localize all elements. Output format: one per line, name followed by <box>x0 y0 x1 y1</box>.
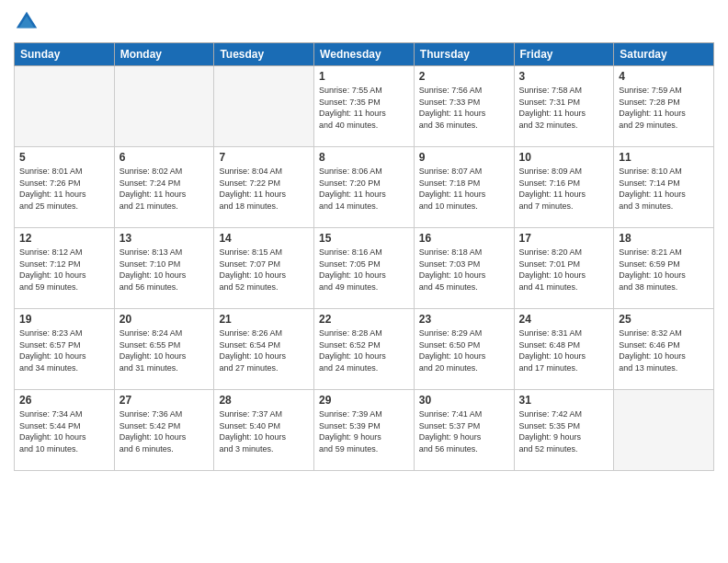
weekday-header-monday: Monday <box>114 43 214 66</box>
cell-info-line: Daylight: 9 hours <box>419 431 509 443</box>
cell-info-line: Sunset: 7:33 PM <box>419 97 509 109</box>
cell-info-line: Sunrise: 8:04 AM <box>219 166 309 178</box>
cell-info-line: Sunrise: 7:36 AM <box>119 408 210 420</box>
cell-info-line: Sunrise: 8:13 AM <box>119 247 210 259</box>
cell-info-line: Sunset: 7:10 PM <box>119 259 210 270</box>
calendar-table: SundayMondayTuesdayWednesdayThursdayFrid… <box>14 42 714 471</box>
cell-info-line: and 45 minutes. <box>419 282 509 293</box>
cell-info-line: Daylight: 10 hours <box>219 431 309 443</box>
cell-info-line: and 32 minutes. <box>519 120 609 132</box>
calendar-cell: 13Sunrise: 8:13 AMSunset: 7:10 PMDayligh… <box>114 228 214 309</box>
cell-info-line: Sunset: 7:28 PM <box>619 97 709 109</box>
cell-info-line: Sunset: 7:05 PM <box>319 259 409 270</box>
cell-info-line: Daylight: 11 hours <box>619 108 709 120</box>
calendar-cell: 22Sunrise: 8:28 AMSunset: 6:52 PMDayligh… <box>314 309 415 390</box>
cell-info-line: Daylight: 11 hours <box>319 189 409 201</box>
cell-info-line: Sunset: 7:26 PM <box>19 178 109 190</box>
cell-info-line: Sunrise: 8:10 AM <box>619 166 709 178</box>
cell-info-line: and 20 minutes. <box>419 362 509 374</box>
cell-info-line: Daylight: 11 hours <box>419 189 509 201</box>
cell-info-line: Sunrise: 7:59 AM <box>619 85 709 97</box>
cell-info-line: Sunrise: 7:37 AM <box>219 408 309 420</box>
cell-info-line: Sunrise: 7:56 AM <box>419 85 509 97</box>
calendar-cell: 2Sunrise: 7:56 AMSunset: 7:33 PMDaylight… <box>414 66 514 147</box>
cell-info-line: Daylight: 11 hours <box>219 189 309 201</box>
cell-info-line: Sunset: 7:16 PM <box>519 178 609 190</box>
cell-info-line: Sunrise: 8:12 AM <box>19 247 109 259</box>
calendar-cell: 6Sunrise: 8:02 AMSunset: 7:24 PMDaylight… <box>114 147 214 228</box>
cell-info-line: Daylight: 10 hours <box>119 350 210 362</box>
cell-info-line: and 52 minutes. <box>519 443 609 455</box>
calendar-cell: 3Sunrise: 7:58 AMSunset: 7:31 PMDaylight… <box>514 66 614 147</box>
cell-info-line: Daylight: 11 hours <box>519 108 609 120</box>
day-number: 2 <box>419 70 509 83</box>
cell-info-line: Daylight: 10 hours <box>19 431 109 443</box>
cell-info-line: Sunset: 6:55 PM <box>119 339 210 351</box>
day-number: 15 <box>319 232 409 245</box>
day-number: 22 <box>319 313 409 326</box>
calendar-cell: 10Sunrise: 8:09 AMSunset: 7:16 PMDayligh… <box>514 147 614 228</box>
cell-info-line: Daylight: 11 hours <box>19 189 109 201</box>
day-number: 24 <box>519 313 609 326</box>
day-number: 25 <box>619 313 709 326</box>
cell-info-line: Sunset: 7:07 PM <box>219 259 309 270</box>
cell-info-line: Sunset: 5:39 PM <box>319 420 409 432</box>
day-number: 20 <box>119 313 210 326</box>
cell-info-line: Daylight: 11 hours <box>419 108 509 120</box>
calendar-cell: 1Sunrise: 7:55 AMSunset: 7:35 PMDaylight… <box>314 66 415 147</box>
day-number: 5 <box>19 151 109 164</box>
calendar-cell <box>214 66 314 147</box>
calendar-cell: 4Sunrise: 7:59 AMSunset: 7:28 PMDaylight… <box>614 66 714 147</box>
cell-info-line: Sunrise: 7:42 AM <box>519 408 609 420</box>
cell-info-line: and 59 minutes. <box>319 443 409 455</box>
weekday-header-friday: Friday <box>514 43 614 66</box>
cell-info-line: Sunset: 7:31 PM <box>519 97 609 109</box>
calendar-week-2: 5Sunrise: 8:01 AMSunset: 7:26 PMDaylight… <box>15 147 714 228</box>
cell-info-line: Daylight: 10 hours <box>519 350 609 362</box>
day-number: 18 <box>619 232 709 245</box>
cell-info-line: Daylight: 10 hours <box>119 270 210 282</box>
cell-info-line: and 27 minutes. <box>219 362 309 374</box>
calendar-cell <box>614 390 714 471</box>
calendar-cell: 7Sunrise: 8:04 AMSunset: 7:22 PMDaylight… <box>214 147 314 228</box>
cell-info-line: Sunset: 5:35 PM <box>519 420 609 432</box>
calendar-week-5: 26Sunrise: 7:34 AMSunset: 5:44 PMDayligh… <box>15 390 714 471</box>
cell-info-line: Daylight: 10 hours <box>619 270 709 282</box>
cell-info-line: Daylight: 11 hours <box>319 108 409 120</box>
cell-info-line: Daylight: 10 hours <box>119 431 210 443</box>
cell-info-line: Sunrise: 7:55 AM <box>319 85 409 97</box>
day-number: 26 <box>19 394 109 407</box>
cell-info-line: Daylight: 11 hours <box>519 189 609 201</box>
cell-info-line: and 29 minutes. <box>619 120 709 132</box>
cell-info-line: Sunset: 7:03 PM <box>419 259 509 270</box>
cell-info-line: Sunset: 5:44 PM <box>19 420 109 432</box>
calendar-cell: 19Sunrise: 8:23 AMSunset: 6:57 PMDayligh… <box>15 309 115 390</box>
cell-info-line: Sunrise: 8:01 AM <box>19 166 109 178</box>
calendar-cell: 20Sunrise: 8:24 AMSunset: 6:55 PMDayligh… <box>114 309 214 390</box>
cell-info-line: and 38 minutes. <box>619 282 709 293</box>
cell-info-line: Sunrise: 8:26 AM <box>219 327 309 339</box>
cell-info-line: Sunrise: 7:34 AM <box>19 408 109 420</box>
calendar-cell: 12Sunrise: 8:12 AMSunset: 7:12 PMDayligh… <box>15 228 115 309</box>
cell-info-line: and 41 minutes. <box>519 282 609 293</box>
cell-info-line: and 21 minutes. <box>119 201 210 213</box>
cell-info-line: Sunset: 6:59 PM <box>619 259 709 270</box>
calendar-cell <box>114 66 214 147</box>
cell-info-line: Sunrise: 8:31 AM <box>519 327 609 339</box>
cell-info-line: Sunrise: 8:29 AM <box>419 327 509 339</box>
cell-info-line: Sunset: 6:54 PM <box>219 339 309 351</box>
cell-info-line: and 10 minutes. <box>19 443 109 455</box>
calendar-cell: 14Sunrise: 8:15 AMSunset: 7:07 PMDayligh… <box>214 228 314 309</box>
calendar-week-3: 12Sunrise: 8:12 AMSunset: 7:12 PMDayligh… <box>15 228 714 309</box>
cell-info-line: Sunset: 7:24 PM <box>119 178 210 190</box>
header <box>14 9 714 35</box>
cell-info-line: Sunset: 6:52 PM <box>319 339 409 351</box>
cell-info-line: Daylight: 10 hours <box>19 350 109 362</box>
cell-info-line: Sunset: 7:18 PM <box>419 178 509 190</box>
cell-info-line: Sunrise: 8:24 AM <box>119 327 210 339</box>
day-number: 8 <box>319 151 409 164</box>
cell-info-line: Sunset: 7:35 PM <box>319 97 409 109</box>
calendar-cell: 30Sunrise: 7:41 AMSunset: 5:37 PMDayligh… <box>414 390 514 471</box>
cell-info-line: Daylight: 10 hours <box>419 270 509 282</box>
cell-info-line: Sunset: 6:46 PM <box>619 339 709 351</box>
